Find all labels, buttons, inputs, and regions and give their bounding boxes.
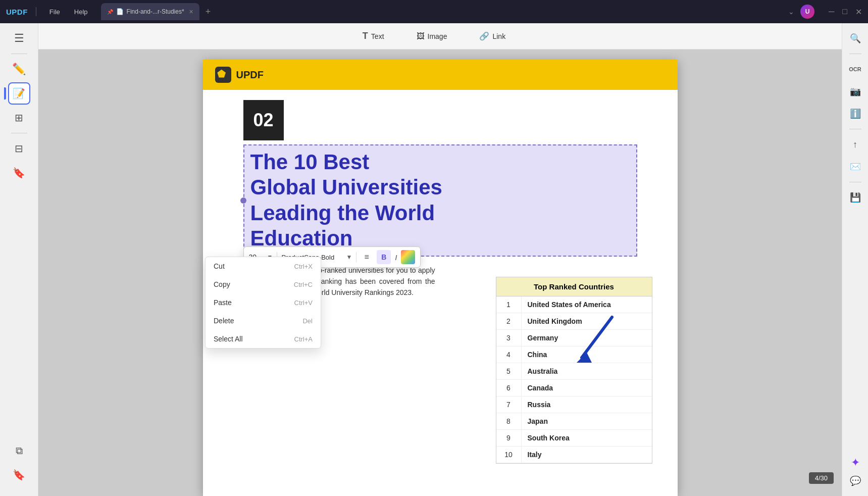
active-tab[interactable]: 📌 📄 Find-and-...r-Studies* ×: [101, 3, 199, 20]
menu-file[interactable]: File: [44, 8, 65, 16]
row-num-5: 5: [496, 363, 522, 379]
minimize-icon[interactable]: ─: [829, 7, 834, 17]
context-menu-delete[interactable]: Delete Del: [206, 312, 321, 330]
right-search-button[interactable]: 🔍: [846, 29, 864, 47]
context-menu-select-all[interactable]: Select All Ctrl+A: [206, 330, 321, 348]
paste-label: Paste: [214, 299, 232, 307]
row-country-10: Italy: [522, 447, 652, 463]
right-extra-button[interactable]: ✦: [846, 454, 864, 472]
info-icon: ℹ️: [850, 108, 861, 119]
menu-help[interactable]: Help: [69, 8, 93, 16]
tab-close-icon[interactable]: ×: [189, 8, 193, 16]
save-icon: 💾: [850, 192, 861, 203]
right-scan-button[interactable]: 📷: [846, 82, 864, 101]
sidebar-item-edit[interactable]: 📝: [8, 82, 30, 105]
right-save-button[interactable]: 💾: [846, 188, 864, 207]
pdf-header: UPDF: [203, 60, 678, 90]
heading-line1: The 10 Best: [250, 150, 630, 175]
row-country-7: Russia: [522, 396, 652, 413]
new-tab-button[interactable]: +: [201, 5, 215, 19]
maximize-icon[interactable]: □: [842, 7, 847, 17]
bold-button[interactable]: B: [377, 250, 391, 264]
sidebar-item-bookmark[interactable]: 🔖: [8, 464, 30, 486]
svg-line-0: [582, 317, 612, 358]
italic-button[interactable]: I: [395, 253, 397, 262]
right-info-button[interactable]: ℹ️: [846, 105, 864, 123]
window-controls: ─ □ ✕: [829, 7, 862, 17]
toolbar-text-button[interactable]: T Text: [354, 28, 392, 44]
link-label: Link: [492, 32, 505, 40]
right-chat-button[interactable]: 💬: [846, 472, 864, 490]
link-icon: 🔗: [479, 31, 489, 41]
left-sidebar: ☰ ✏️ 📝 ⊞ ⊟ 🔖 ⧉ 🔖: [0, 23, 38, 496]
sidebar-item-read[interactable]: ☰: [8, 27, 30, 49]
table-row: 10 Italy: [496, 447, 652, 463]
row-num-8: 8: [496, 413, 522, 429]
scan-icon: 📷: [850, 86, 861, 97]
main-heading: The 10 Best Global Universities Leading …: [250, 150, 630, 252]
context-menu-cut[interactable]: Cut Ctrl+X: [206, 257, 321, 275]
image-icon: 🖼: [417, 32, 425, 41]
cut-label: Cut: [214, 262, 225, 270]
main-toolbar: T Text 🖼 Image 🔗 Link: [0, 23, 868, 49]
edit-icon: 📝: [13, 87, 25, 100]
font-dropdown-icon[interactable]: ▼: [346, 254, 352, 261]
bookmark-icon: 🔖: [13, 469, 25, 481]
right-share-button[interactable]: ↑: [846, 135, 864, 154]
ocr-icon: OCR: [849, 66, 861, 72]
sidebar-item-layers[interactable]: ⧉: [8, 439, 30, 462]
sidebar-item-organize[interactable]: ⊟: [8, 137, 30, 160]
row-num-1: 1: [496, 296, 522, 313]
table-row: 7 Russia: [496, 396, 652, 413]
right-divider-1: [849, 54, 861, 54]
align-button[interactable]: ≡: [361, 251, 373, 263]
layers-icon: ⧉: [16, 445, 23, 457]
context-menu: Cut Ctrl+X Copy Ctrl+C Paste Ctrl+V Dele…: [205, 257, 321, 349]
selected-text-area[interactable]: The 10 Best Global Universities Leading …: [243, 144, 637, 257]
sidebar-divider-1: [11, 54, 27, 54]
pages-icon: ⊞: [15, 112, 23, 124]
right-divider-3: [849, 182, 861, 182]
chat-icon: 💬: [850, 475, 861, 486]
select-all-label: Select All: [214, 335, 243, 343]
extra-icon: ✦: [851, 456, 860, 469]
delete-label: Delete: [214, 317, 234, 325]
row-num-4: 4: [496, 346, 522, 363]
toolbar-link-button[interactable]: 🔗 Link: [471, 28, 514, 44]
context-menu-paste[interactable]: Paste Ctrl+V: [206, 293, 321, 312]
right-divider-2: [849, 129, 861, 129]
divider-1: [36, 7, 36, 16]
toolbar-image-button[interactable]: 🖼 Image: [409, 29, 455, 44]
right-sidebar: 🔍 OCR 📷 ℹ️ ↑ ✉️ 💾 ✦ 💬: [842, 23, 868, 496]
sidebar-item-pages[interactable]: ⊞: [8, 107, 30, 129]
image-label: Image: [428, 32, 447, 40]
stamp-icon: 🔖: [13, 167, 25, 179]
app-logo: UPDF: [6, 8, 28, 16]
right-ocr-button[interactable]: OCR: [846, 60, 864, 78]
row-num-10: 10: [496, 447, 522, 463]
read-icon: ☰: [14, 32, 24, 45]
sidebar-item-stamp[interactable]: 🔖: [8, 162, 30, 184]
close-icon[interactable]: ✕: [855, 7, 862, 17]
table-row: 9 South Korea: [496, 430, 652, 447]
select-all-shortcut: Ctrl+A: [294, 335, 313, 343]
search-icon: 🔍: [850, 33, 861, 44]
table-header: Top Ranked Countries: [496, 277, 652, 296]
chevron-down-icon[interactable]: ⌄: [788, 8, 794, 16]
title-bar: UPDF File Help 📌 📄 Find-and-...r-Studies…: [0, 0, 868, 23]
tab-area: 📌 📄 Find-and-...r-Studies* × +: [101, 3, 784, 20]
main-content: UPDF 02 30 ▼ ProductSans-Bold ▼ ≡ B I: [38, 49, 842, 496]
color-picker-button[interactable]: [401, 250, 415, 264]
sidebar-item-annotate[interactable]: ✏️: [8, 58, 30, 80]
annotate-icon: ✏️: [12, 63, 26, 76]
context-menu-copy[interactable]: Copy Ctrl+C: [206, 275, 321, 293]
row-num-3: 3: [496, 330, 522, 346]
row-num-7: 7: [496, 396, 522, 413]
row-num-9: 9: [496, 430, 522, 446]
arrow-pointer: [572, 312, 622, 375]
right-mail-button[interactable]: ✉️: [846, 158, 864, 176]
text-label: Text: [371, 32, 384, 40]
user-avatar[interactable]: U: [800, 5, 814, 19]
sidebar-divider-2: [11, 133, 27, 133]
text-icon: T: [363, 31, 368, 41]
